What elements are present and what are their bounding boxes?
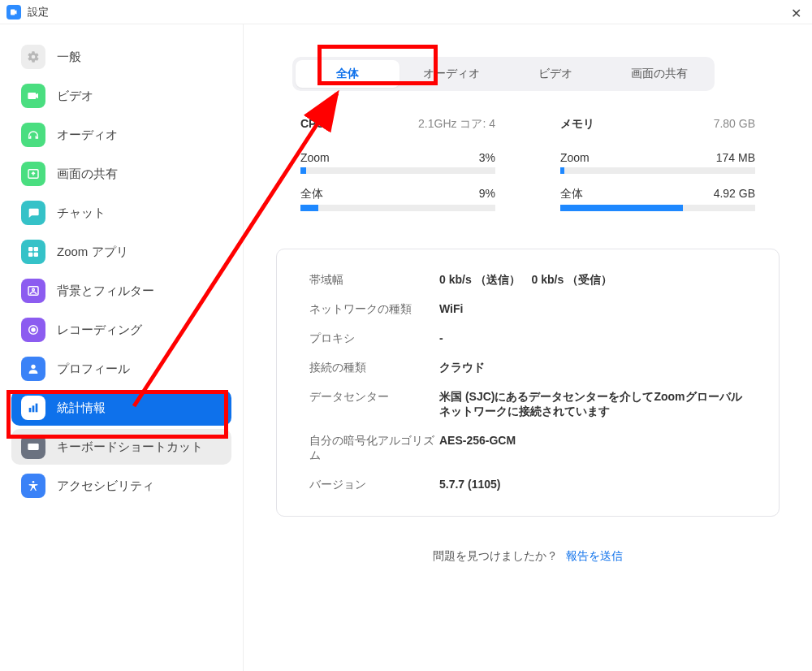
sidebar-item-label: プロフィール <box>57 361 130 377</box>
sidebar-item-label: 画面の共有 <box>57 167 118 182</box>
info-key: 接続の種類 <box>309 361 439 375</box>
info-value: WiFi <box>439 302 463 317</box>
svg-rect-11 <box>32 405 35 412</box>
close-icon[interactable]: ✕ <box>786 3 806 23</box>
sidebar-item-profile[interactable]: プロフィール <box>11 351 231 387</box>
cpu-row: 全体9% <box>300 187 495 211</box>
apps-icon <box>21 240 45 264</box>
memory-bar-fill <box>560 167 564 174</box>
svg-rect-15 <box>32 445 32 446</box>
report-link[interactable]: 報告を送信 <box>566 549 623 562</box>
sidebar-item-recording[interactable]: レコーディング <box>11 312 231 348</box>
memory-value: 174 MB <box>716 151 755 164</box>
accessibility-icon <box>21 474 45 498</box>
sidebar-item-label: キーボードショートカット <box>57 439 203 455</box>
cpu-bar-fill <box>300 205 318 211</box>
tab-video[interactable]: ビデオ <box>503 60 607 88</box>
background-icon <box>21 279 45 303</box>
info-value: 米国 (SJC)にあるデータセンターを介してZoomグローバルネットワークに接続… <box>439 390 746 419</box>
memory-label: Zoom <box>560 151 590 164</box>
svg-rect-16 <box>34 445 35 446</box>
info-row: データセンター米国 (SJC)にあるデータセンターを介してZoomグローバルネッ… <box>309 383 746 426</box>
memory-title: メモリ <box>560 117 594 132</box>
info-row: 自分の暗号化アルゴリズムAES-256-GCM <box>309 426 746 470</box>
svg-rect-1 <box>28 247 32 251</box>
chat-icon <box>21 201 45 225</box>
tab-share[interactable]: 画面の共有 <box>607 60 711 88</box>
sidebar-item-keyboard[interactable]: キーボードショートカット <box>11 429 231 465</box>
tab-overall[interactable]: 全体 <box>296 60 400 88</box>
sidebar-item-accessibility[interactable]: アクセシビリティ <box>11 468 231 504</box>
svg-rect-17 <box>36 445 37 446</box>
cpu-subtitle: 2.1GHz コア: 4 <box>418 117 495 132</box>
window-title: 設定 <box>28 5 49 19</box>
profile-icon <box>21 357 45 381</box>
memory-bar-fill <box>560 205 683 211</box>
recording-icon <box>21 318 45 342</box>
memory-bar-track <box>560 167 755 174</box>
info-value: 0 kb/s （送信） 0 kb/s （受信） <box>439 273 612 288</box>
info-value: AES-256-GCM <box>439 434 516 463</box>
sidebar-item-general[interactable]: 一般 <box>11 39 231 75</box>
cpu-title: CPU <box>300 117 325 132</box>
footer: 問題を見つけましたか？ 報告を送信 <box>276 549 780 564</box>
svg-rect-10 <box>29 408 32 412</box>
memory-column: メモリ 7.80 GB Zoom174 MB全体4.92 GB <box>560 117 755 224</box>
sidebar-item-background[interactable]: 背景とフィルター <box>11 273 231 309</box>
sidebar-item-label: レコーディング <box>57 323 142 338</box>
general-icon <box>21 45 45 69</box>
sidebar-item-label: 背景とフィルター <box>57 284 154 299</box>
svg-point-9 <box>31 365 35 369</box>
info-key: データセンター <box>309 390 439 419</box>
keyboard-icon <box>21 435 45 459</box>
info-key: 自分の暗号化アルゴリズム <box>309 434 439 463</box>
memory-subtitle: 7.80 GB <box>714 117 755 132</box>
info-value: - <box>439 331 443 346</box>
audio-icon <box>21 123 45 147</box>
app-icon <box>6 5 21 19</box>
sidebar-item-apps[interactable]: Zoom アプリ <box>11 234 231 270</box>
sidebar-item-chat[interactable]: チャット <box>11 195 231 231</box>
share-icon <box>21 162 45 186</box>
footer-question: 問題を見つけましたか？ <box>433 549 558 562</box>
titlebar: 設定 ✕ <box>0 0 812 24</box>
cpu-value: 3% <box>479 151 495 164</box>
info-key: バージョン <box>309 478 439 492</box>
sidebar-item-stats[interactable]: 統計情報 <box>11 390 231 426</box>
info-row: 接続の種類クラウド <box>309 353 746 383</box>
svg-point-8 <box>32 328 35 331</box>
info-row: ネットワークの種類WiFi <box>309 295 746 324</box>
svg-rect-13 <box>28 444 38 450</box>
sidebar-item-label: 統計情報 <box>57 400 106 416</box>
svg-rect-14 <box>29 445 30 446</box>
memory-label: 全体 <box>560 187 583 201</box>
sidebar-item-label: Zoom アプリ <box>57 245 128 260</box>
svg-rect-2 <box>34 247 38 251</box>
cpu-row: Zoom3% <box>300 151 495 174</box>
info-row: プロキシ- <box>309 324 746 353</box>
memory-value: 4.92 GB <box>714 187 755 201</box>
svg-point-19 <box>32 481 35 483</box>
svg-rect-18 <box>31 448 37 448</box>
stats-icon <box>21 396 45 420</box>
cpu-column: CPU 2.1GHz コア: 4 Zoom3%全体9% <box>300 117 495 224</box>
svg-rect-4 <box>34 253 38 257</box>
sidebar-item-audio[interactable]: オーディオ <box>11 117 231 153</box>
info-value: 5.7.7 (1105) <box>439 478 501 492</box>
cpu-label: Zoom <box>300 151 330 164</box>
tab-audio[interactable]: オーディオ <box>400 60 503 88</box>
video-icon <box>21 84 45 108</box>
info-key: ネットワークの種類 <box>309 302 439 317</box>
info-key: プロキシ <box>309 331 439 346</box>
sidebar-item-share[interactable]: 画面の共有 <box>11 156 231 192</box>
info-key: 帯域幅 <box>309 273 439 288</box>
memory-row: Zoom174 MB <box>560 151 755 174</box>
sidebar-item-video[interactable]: ビデオ <box>11 78 231 114</box>
stats-tabs: 全体オーディオビデオ画面の共有 <box>292 57 715 91</box>
info-panel: 帯域幅0 kb/s （送信） 0 kb/s （受信）ネットワークの種類WiFiプ… <box>276 249 780 517</box>
svg-rect-12 <box>36 404 38 413</box>
cpu-label: 全体 <box>300 187 323 201</box>
sidebar-item-label: ビデオ <box>57 89 93 104</box>
cpu-bar-fill <box>300 167 306 174</box>
svg-rect-3 <box>28 253 32 257</box>
